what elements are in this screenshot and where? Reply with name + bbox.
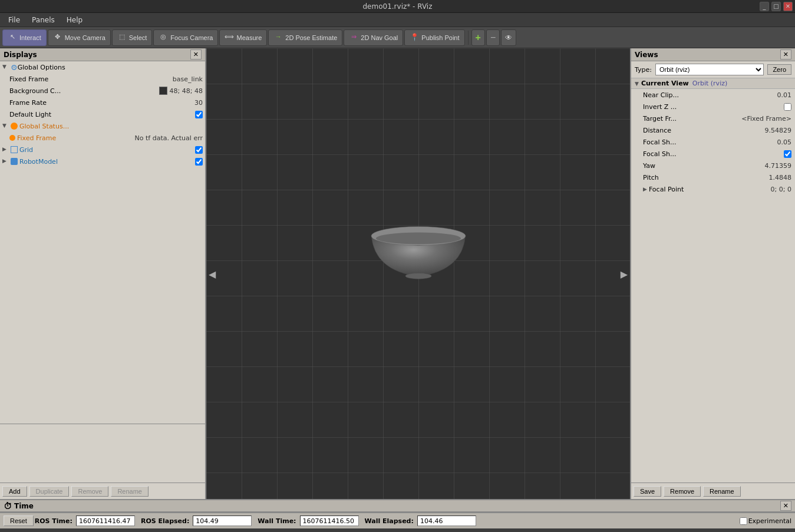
viewport-arrow-right[interactable]: ▶ bbox=[621, 268, 628, 279]
experimental-checkbox[interactable] bbox=[740, 517, 747, 525]
focal-sh1-label: Focal Sh... bbox=[643, 138, 777, 146]
eye-icon bbox=[505, 34, 512, 42]
default-light-checkbox[interactable] bbox=[195, 111, 203, 118]
frame-rate-value: 30 bbox=[194, 99, 203, 107]
remove-display-button[interactable]: Remove bbox=[71, 486, 108, 497]
grid-checkbox[interactable] bbox=[195, 146, 203, 154]
robot-model-label: RobotModel bbox=[19, 158, 58, 166]
robot-model-checkbox[interactable] bbox=[195, 158, 203, 166]
global-options-row[interactable]: Global Options bbox=[0, 61, 205, 73]
views-type-row: Type: Orbit (rviz) Zero bbox=[631, 61, 795, 78]
displays-tree: Global Options Fixed Frame base_link Bac… bbox=[0, 61, 205, 424]
global-status-label: Global Status... bbox=[19, 123, 203, 130]
focus-camera-button[interactable]: Focus Camera bbox=[153, 29, 218, 46]
toolbar-sep bbox=[468, 31, 469, 45]
interact-button[interactable]: Interact bbox=[2, 29, 47, 46]
grid-row[interactable]: Grid bbox=[0, 144, 205, 156]
measure-label: Measure bbox=[236, 34, 262, 41]
time-panel-title: Time bbox=[14, 502, 34, 510]
views-rename-button[interactable]: Rename bbox=[703, 486, 741, 497]
move-camera-button[interactable]: Move Camera bbox=[48, 29, 111, 46]
views-remove-button[interactable]: Remove bbox=[664, 486, 701, 497]
wall-time-section: Wall Time: 1607611416.50 bbox=[258, 516, 358, 526]
default-light-row[interactable]: Default Light bbox=[0, 108, 205, 120]
publish-icon bbox=[410, 33, 419, 42]
rename-display-button[interactable]: Rename bbox=[111, 486, 149, 497]
frame-rate-row[interactable]: Frame Rate 30 bbox=[0, 97, 205, 108]
experimental-label: Experimental bbox=[748, 517, 791, 525]
fixed-frame-row[interactable]: Fixed Frame base_link bbox=[0, 73, 205, 85]
focal-sh2-label: Focal Sh... bbox=[643, 150, 784, 158]
global-status-fixed-frame-row[interactable]: Fixed Frame No tf data. Actual err bbox=[0, 132, 205, 144]
viewport-arrow-left[interactable]: ◀ bbox=[209, 268, 216, 279]
focal-point-expand[interactable] bbox=[643, 186, 647, 192]
publish-point-button[interactable]: Publish Point bbox=[404, 29, 464, 46]
close-button[interactable]: ✕ bbox=[783, 2, 793, 11]
current-view-header: Current View Orbit (rviz) bbox=[631, 78, 795, 89]
displays-panel: Displays ✕ Global Options Fixed Frame ba… bbox=[0, 48, 206, 499]
views-title: Views bbox=[635, 51, 658, 59]
near-clip-row: Near Clip... 0.01 bbox=[631, 89, 795, 101]
menu-panels[interactable]: Panels bbox=[27, 15, 60, 25]
bowl-model bbox=[359, 215, 477, 288]
wall-elapsed-value: 104.46 bbox=[417, 516, 476, 526]
main-layout: Displays ✕ Global Options Fixed Frame ba… bbox=[0, 48, 795, 499]
pose-icon bbox=[273, 33, 283, 42]
add-button[interactable]: Add bbox=[2, 486, 27, 497]
displays-close-button[interactable]: ✕ bbox=[190, 49, 202, 60]
views-close-button[interactable]: ✕ bbox=[780, 49, 791, 60]
background-color-row[interactable]: Background C... 48; 48; 48 bbox=[0, 85, 205, 97]
camera-settings-button[interactable] bbox=[501, 29, 516, 46]
zoom-in-icon bbox=[476, 32, 481, 43]
global-status-row[interactable]: Global Status... bbox=[0, 120, 205, 132]
menu-file[interactable]: File bbox=[4, 15, 25, 25]
zoom-out-button[interactable] bbox=[486, 29, 500, 46]
focal-sh1-row: Focal Sh... 0.05 bbox=[631, 136, 795, 148]
views-type-select[interactable]: Orbit (rviz) bbox=[655, 64, 764, 75]
robot-model-row[interactable]: RobotModel bbox=[0, 156, 205, 167]
svg-point-1 bbox=[405, 273, 431, 279]
ros-time-section: ROS Time: 1607611416.47 bbox=[35, 516, 135, 526]
views-tree: Current View Orbit (rviz) Near Clip... 0… bbox=[631, 78, 795, 483]
focus-camera-label: Focus Camera bbox=[170, 34, 213, 41]
reset-button[interactable]: Reset bbox=[4, 516, 34, 526]
zoom-out-icon bbox=[490, 32, 496, 43]
nav-goal-button[interactable]: 2D Nav Goal bbox=[344, 29, 403, 46]
measure-button[interactable]: Measure bbox=[219, 29, 267, 46]
invert-z-checkbox[interactable] bbox=[784, 103, 791, 111]
current-view-expand bbox=[635, 80, 639, 87]
select-button[interactable]: Select bbox=[112, 29, 153, 46]
ros-time-label: ROS Time: bbox=[35, 517, 72, 525]
zoom-in-button[interactable] bbox=[471, 29, 485, 46]
status-bar: https://pixo.ce3in.network 31 fps bbox=[0, 528, 795, 532]
time-panel-close[interactable]: ✕ bbox=[780, 501, 791, 511]
menu-help[interactable]: Help bbox=[62, 15, 87, 25]
frame-rate-label: Frame Rate bbox=[9, 99, 194, 107]
distance-value: 9.54829 bbox=[765, 127, 792, 134]
focal-point-value: 0; 0; 0 bbox=[771, 186, 791, 193]
global-options-expand bbox=[2, 64, 9, 71]
viewport[interactable]: ◀ ▶ bbox=[206, 48, 630, 499]
displays-panel-header: Displays ✕ bbox=[0, 48, 205, 61]
nav-label: 2D Nav Goal bbox=[361, 34, 398, 41]
duplicate-button[interactable]: Duplicate bbox=[29, 486, 70, 497]
distance-row: Distance 9.54829 bbox=[631, 124, 795, 136]
views-panel-header: Views ✕ bbox=[631, 48, 795, 61]
grid-label: Grid bbox=[19, 146, 33, 154]
pose-estimate-button[interactable]: 2D Pose Estimate bbox=[268, 29, 342, 46]
svg-point-2 bbox=[376, 233, 461, 244]
pitch-label: Pitch bbox=[643, 174, 769, 181]
displays-title: Displays bbox=[4, 51, 37, 59]
maximize-button[interactable]: □ bbox=[771, 2, 781, 11]
views-zero-button[interactable]: Zero bbox=[767, 64, 791, 75]
fixed-frame-value: base_link bbox=[173, 75, 203, 83]
ros-elapsed-label: ROS Elapsed: bbox=[141, 517, 189, 525]
menu-bar: File Panels Help bbox=[0, 13, 795, 27]
views-save-button[interactable]: Save bbox=[634, 486, 661, 497]
ros-time-value: 1607611416.47 bbox=[76, 516, 135, 526]
focal-sh2-checkbox[interactable] bbox=[784, 150, 791, 158]
invert-z-label: Invert Z ... bbox=[643, 103, 784, 111]
global-options-gear-icon bbox=[11, 63, 18, 72]
minimize-button[interactable]: _ bbox=[760, 2, 769, 11]
window-title: demo01.rviz* - RViz bbox=[362, 2, 432, 11]
